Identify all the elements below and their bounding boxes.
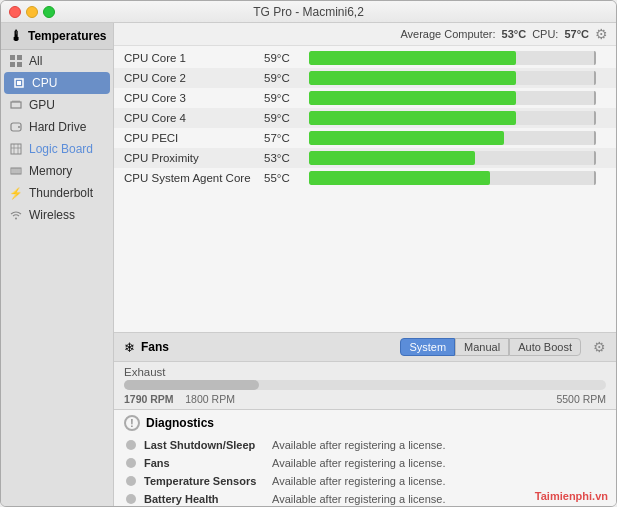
fans-controls: System Manual Auto Boost: [400, 338, 581, 356]
temp-bar-track: [309, 131, 596, 145]
temp-name: CPU Core 2: [124, 72, 264, 84]
fan-manual-button[interactable]: Manual: [455, 338, 509, 356]
sidebar-label-memory: Memory: [29, 164, 72, 178]
temp-marker: [594, 151, 596, 165]
close-button[interactable]: [9, 6, 21, 18]
sidebar-label-wireless: Wireless: [29, 208, 75, 222]
settings-icon[interactable]: ⚙: [595, 26, 608, 42]
diag-value: Available after registering a license.: [272, 493, 445, 505]
fan-rpm-row: 1790 RPM 1800 RPM 5500 RPM: [124, 393, 606, 405]
watermark-suffix: .vn: [592, 490, 608, 502]
grid-icon: [9, 54, 23, 68]
diagnostics-title: Diagnostics: [146, 416, 214, 430]
main-layout: 🌡 Temperatures All CPU GPU Hard Drive: [1, 23, 616, 507]
sidebar-label-thunderbolt: Thunderbolt: [29, 186, 93, 200]
temp-marker: [594, 171, 596, 185]
svg-rect-5: [17, 81, 21, 85]
titlebar: TG Pro - Macmini6,2: [1, 1, 616, 23]
svg-rect-17: [11, 168, 21, 174]
sidebar-label-hard-drive: Hard Drive: [29, 120, 86, 134]
fan-exhaust-row: Exhaust 1790 RPM 1800 RPM 5500 RPM: [114, 362, 616, 409]
sidebar-label-all: All: [29, 54, 42, 68]
temp-bar-fill: [309, 71, 516, 85]
fans-section: ❄ Fans System Manual Auto Boost ⚙ Exhaus…: [114, 332, 616, 409]
sidebar-label-cpu: CPU: [32, 76, 57, 90]
temp-marker: [594, 111, 596, 125]
diagnostics-header: ! Diagnostics: [114, 410, 616, 436]
sidebar-item-cpu[interactable]: CPU: [4, 72, 110, 94]
temp-bar-fill: [309, 151, 475, 165]
watermark: Taimienphi.vn: [535, 490, 608, 502]
svg-rect-6: [11, 102, 21, 108]
temp-name: CPU System Agent Core: [124, 172, 264, 184]
temp-name: CPU Proximity: [124, 152, 264, 164]
maximize-button[interactable]: [43, 6, 55, 18]
diag-value: Available after registering a license.: [272, 457, 445, 469]
diag-value: Available after registering a license.: [272, 475, 445, 487]
temp-value: 53°C: [264, 152, 309, 164]
temperature-row: CPU Proximity 53°C: [114, 148, 616, 168]
fans-icon: ❄: [124, 340, 135, 355]
temp-marker: [594, 91, 596, 105]
temp-marker: [594, 131, 596, 145]
sidebar-item-logic-board[interactable]: Logic Board: [1, 138, 113, 160]
temperature-row: CPU Core 3 59°C: [114, 88, 616, 108]
watermark-text: Taimienphi: [535, 490, 592, 502]
sidebar-item-memory[interactable]: Memory: [1, 160, 113, 182]
temp-bar-fill: [309, 111, 516, 125]
sidebar-section-label: Temperatures: [28, 29, 106, 43]
gpu-icon: [9, 98, 23, 112]
fan-slider-track[interactable]: [124, 380, 606, 390]
svg-point-12: [18, 126, 20, 128]
sidebar-label-logic-board: Logic Board: [29, 142, 93, 156]
sidebar-item-gpu[interactable]: GPU: [1, 94, 113, 116]
temp-name: CPU Core 3: [124, 92, 264, 104]
fan-system-button[interactable]: System: [400, 338, 455, 356]
diagnostics-row: Last Shutdown/Sleep Available after regi…: [114, 436, 616, 454]
diag-dot: [126, 458, 136, 468]
content-wrapper: Average Computer: 53°C CPU: 57°C ⚙ CPU C…: [114, 23, 616, 507]
sidebar-item-hard-drive[interactable]: Hard Drive: [1, 116, 113, 138]
sidebar-item-all[interactable]: All: [1, 50, 113, 72]
diagnostics-icon: !: [124, 415, 140, 431]
logic-board-icon: [9, 142, 23, 156]
diag-dot: [126, 440, 136, 450]
content: Average Computer: 53°C CPU: 57°C ⚙ CPU C…: [114, 23, 616, 507]
info-bar: Average Computer: 53°C CPU: 57°C ⚙: [114, 23, 616, 46]
temperature-row: CPU System Agent Core 55°C: [114, 168, 616, 188]
wireless-icon: [9, 208, 23, 222]
temp-marker: [594, 51, 596, 65]
average-value: 53°C: [502, 28, 527, 40]
hard-drive-icon: [9, 120, 23, 134]
traffic-lights: [9, 6, 55, 18]
diag-label: Battery Health: [144, 493, 264, 505]
sidebar-item-thunderbolt[interactable]: ⚡ Thunderbolt: [1, 182, 113, 204]
fan-autoboost-button[interactable]: Auto Boost: [509, 338, 581, 356]
diag-dot: [126, 476, 136, 486]
sidebar-item-wireless[interactable]: Wireless: [1, 204, 113, 226]
svg-point-22: [15, 218, 17, 220]
temp-bar-track: [309, 51, 596, 65]
temp-value: 59°C: [264, 112, 309, 124]
temp-value: 59°C: [264, 72, 309, 84]
fan-current-rpm: 1790 RPM 1800 RPM: [124, 393, 235, 405]
temp-bar-track: [309, 71, 596, 85]
fan-slider-fill: [124, 380, 259, 390]
temp-bar-track: [309, 111, 596, 125]
memory-icon: [9, 164, 23, 178]
fans-header: ❄ Fans System Manual Auto Boost ⚙: [114, 333, 616, 362]
sidebar-label-gpu: GPU: [29, 98, 55, 112]
svg-rect-0: [10, 55, 15, 60]
diag-label: Last Shutdown/Sleep: [144, 439, 264, 451]
minimize-button[interactable]: [26, 6, 38, 18]
temp-bar-track: [309, 91, 596, 105]
temperature-row: CPU Core 1 59°C: [114, 48, 616, 68]
svg-rect-13: [11, 144, 21, 154]
window-title: TG Pro - Macmini6,2: [253, 5, 364, 19]
temp-bar-track: [309, 151, 596, 165]
fans-settings-icon[interactable]: ⚙: [593, 339, 606, 355]
average-label: Average Computer:: [400, 28, 495, 40]
svg-rect-2: [10, 62, 15, 67]
temp-name: CPU Core 1: [124, 52, 264, 64]
temp-name: CPU Core 4: [124, 112, 264, 124]
